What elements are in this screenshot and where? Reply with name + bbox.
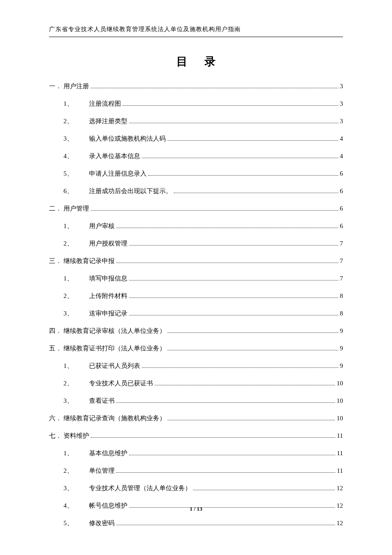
- toc-entry-page: 9: [340, 361, 343, 370]
- toc-leader-dots: [129, 280, 338, 280]
- toc-leader-dots: [155, 385, 335, 385]
- toc-leader-dots: [116, 228, 338, 228]
- toc-entry: 二．用户管理6: [49, 204, 343, 213]
- toc-entry-number: 1、: [63, 274, 89, 283]
- toc-entry-page: 7: [340, 239, 343, 248]
- toc-entry-page: 4: [340, 152, 343, 161]
- toc-entry-page: 6: [340, 222, 343, 231]
- toc-entry-label: 基本信息维护: [89, 449, 127, 458]
- toc-entry-number: 5、: [63, 519, 89, 528]
- toc-entry-number: 四．: [49, 327, 63, 335]
- toc-entry-label: 专业技术人员已获证书: [89, 379, 153, 388]
- toc-title-char2: 录: [205, 55, 216, 68]
- toc-leader-dots: [129, 123, 338, 123]
- toc-entry-label: 专业技术人员管理（法人单位业务）: [89, 484, 191, 493]
- toc-entry: 1、基本信息维护11: [49, 449, 343, 458]
- toc-entry: 2、用户授权管理7: [49, 239, 343, 248]
- toc-leader-dots: [116, 402, 335, 403]
- toc-leader-dots: [193, 490, 335, 490]
- toc-entry-page: 9: [340, 327, 343, 335]
- toc-entry-number: 5、: [63, 169, 89, 178]
- toc-entry-page: 4: [340, 134, 343, 143]
- toc-entry-number: 3、: [63, 134, 89, 143]
- toc-leader-dots: [91, 437, 335, 438]
- toc-entry-label: 查看证书: [89, 396, 115, 405]
- toc-leader-dots: [142, 158, 338, 158]
- toc-entry-page: 8: [340, 292, 343, 301]
- toc-entry: 一．用户注册3: [49, 82, 343, 91]
- toc-entry-number: 2、: [63, 379, 89, 388]
- toc-entry: 3、专业技术人员管理（法人单位业务）12: [49, 484, 343, 493]
- toc-entry-label: 录入单位基本信息: [89, 152, 140, 161]
- toc-entry-page: 6: [340, 169, 343, 178]
- toc-entry-number: 4、: [63, 152, 89, 161]
- toc-title: 目录: [49, 54, 343, 69]
- page-footer: 1 / 13: [0, 506, 392, 512]
- toc-entry-page: 11: [337, 466, 343, 475]
- toc-entry-label: 用户注册: [63, 82, 89, 91]
- toc-entry-page: 11: [337, 431, 343, 440]
- toc-entry-page: 3: [340, 82, 343, 91]
- toc-entry-number: 一．: [49, 82, 63, 91]
- toc-entry-page: 10: [337, 414, 343, 423]
- toc-entry-page: 8: [340, 309, 343, 318]
- toc-entry-number: 三．: [49, 257, 63, 266]
- toc-leader-dots: [167, 140, 338, 141]
- toc-entry-page: 9: [340, 344, 343, 353]
- toc-entry-number: 2、: [63, 239, 89, 248]
- toc-entry-page: 3: [340, 117, 343, 126]
- toc-entry-page: 10: [337, 396, 343, 405]
- toc-entry-number: 2、: [63, 117, 89, 126]
- toc-entry-label: 用户管理: [63, 204, 89, 213]
- toc-entry-number: 五．: [49, 344, 63, 353]
- toc-entry-label: 继续教育记录查询（施教机构业务）: [63, 414, 166, 423]
- toc-entry-page: 7: [340, 257, 343, 266]
- toc-entry-page: 6: [340, 187, 343, 196]
- toc-entry: 1、注册流程图3: [49, 99, 343, 108]
- toc-entry-number: 1、: [63, 222, 89, 231]
- toc-entry-page: 11: [337, 449, 343, 458]
- toc-entry-label: 继续教育证书打印（法人单位业务）: [63, 344, 166, 353]
- toc-leader-dots: [129, 245, 338, 246]
- toc-entry-number: 1、: [63, 99, 89, 108]
- toc-entry-number: 1、: [63, 449, 89, 458]
- toc-leader-dots: [148, 175, 338, 176]
- toc-list: 一．用户注册31、注册流程图32、选择注册类型33、输入单位或施教机构法人码44…: [49, 82, 343, 528]
- toc-entry-page: 12: [337, 484, 343, 493]
- toc-entry: 六．继续教育记录查询（施教机构业务）10: [49, 414, 343, 423]
- toc-leader-dots: [129, 298, 338, 298]
- toc-entry-number: 3、: [63, 396, 89, 405]
- toc-entry-label: 送审申报记录: [89, 309, 127, 318]
- toc-entry-number: 七．: [49, 431, 63, 440]
- toc-entry: 2、单位管理11: [49, 466, 343, 475]
- toc-entry-page: 10: [337, 379, 343, 388]
- toc-leader-dots: [142, 367, 338, 368]
- toc-entry: 1、用户审核6: [49, 222, 343, 231]
- toc-entry-number: 6、: [63, 187, 89, 196]
- toc-leader-dots: [116, 472, 335, 473]
- toc-entry-label: 输入单位或施教机构法人码: [89, 134, 166, 143]
- toc-entry: 6、注册成功后会出现以下提示。6: [49, 187, 343, 196]
- toc-leader-dots: [174, 193, 338, 193]
- toc-entry: 3、送审申报记录8: [49, 309, 343, 318]
- toc-leader-dots: [129, 455, 335, 455]
- toc-entry-page: 3: [340, 99, 343, 108]
- toc-entry: 3、输入单位或施教机构法人码4: [49, 134, 343, 143]
- toc-entry-label: 单位管理: [89, 466, 115, 475]
- toc-entry: 三．继续教育记录申报7: [49, 257, 343, 266]
- toc-entry-label: 已获证书人员列表: [89, 361, 140, 370]
- toc-entry: 七．资料维护11: [49, 431, 343, 440]
- toc-entry: 五．继续教育证书打印（法人单位业务）9: [49, 344, 343, 353]
- toc-entry-label: 用户审核: [89, 222, 115, 231]
- toc-leader-dots: [123, 105, 338, 106]
- toc-entry-label: 继续教育记录申报: [63, 257, 115, 266]
- toc-entry-number: 3、: [63, 309, 89, 318]
- toc-entry-label: 注册成功后会出现以下提示。: [89, 187, 172, 196]
- toc-entry-label: 修改密码: [89, 519, 115, 528]
- toc-entry-page: 7: [340, 274, 343, 283]
- toc-leader-dots: [116, 263, 338, 263]
- toc-entry-label: 注册流程图: [89, 99, 121, 108]
- toc-entry: 1、填写申报信息7: [49, 274, 343, 283]
- toc-entry: 3、查看证书10: [49, 396, 343, 405]
- document-page: 广东省专业技术人员继续教育管理系统法人单位及施教机构用户指南 目录 一．用户注册…: [0, 0, 392, 555]
